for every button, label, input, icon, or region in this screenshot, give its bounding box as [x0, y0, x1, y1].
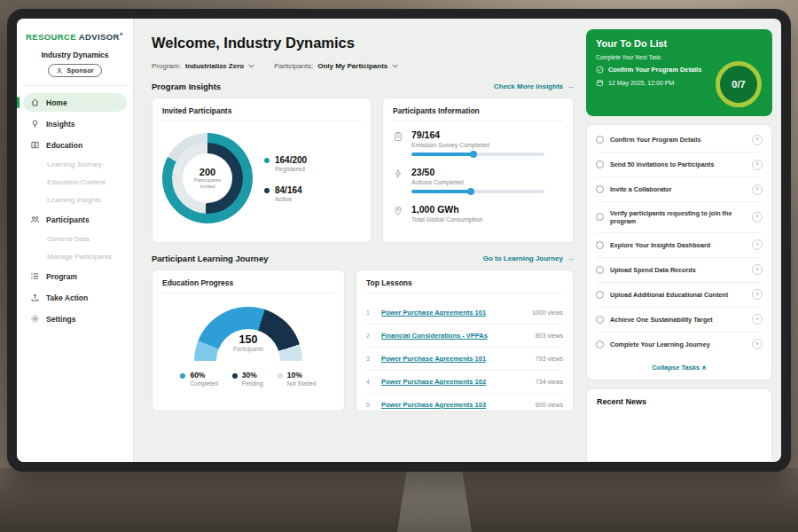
organization-name: Industry Dynamics: [23, 51, 127, 59]
todo-task-list: Confirm Your Program Details › Send 50 I…: [586, 124, 772, 380]
sidebar-item-education[interactable]: Education: [23, 136, 127, 154]
program-label: Program:: [152, 62, 181, 70]
logo-plus: +: [120, 31, 123, 37]
task-label: Explore Your Insights Dashboard: [610, 241, 746, 249]
task-row[interactable]: Confirm Your Program Details ›: [596, 128, 763, 153]
chevron-right-icon[interactable]: ›: [752, 160, 763, 170]
info-value: 23/50: [411, 167, 544, 177]
legend-active: 84/164 Active: [264, 185, 307, 202]
consumption-row: 1,000 GWh Total Global Consumption: [393, 204, 563, 227]
info-value: 79/164: [411, 129, 544, 140]
task-checkbox[interactable]: [596, 266, 604, 274]
task-checkbox[interactable]: [596, 136, 604, 144]
task-checkbox[interactable]: [596, 185, 604, 193]
sidebar-item-education-content[interactable]: Education Content: [23, 175, 127, 190]
task-row[interactable]: Upload Spend Data Records ›: [596, 258, 763, 283]
task-row[interactable]: Achieve One Sustainability Target ›: [596, 308, 763, 332]
sidebar-item-participants[interactable]: Participants: [23, 210, 127, 229]
card-title: Top Lessons: [366, 278, 563, 293]
sidebar-item-insights[interactable]: Insights: [23, 114, 127, 133]
collapse-tasks-link[interactable]: Collapse Tasks ∧: [596, 356, 763, 374]
go-to-learning-journey-link[interactable]: Go to Learning Journey →: [483, 254, 574, 262]
legend-registered: 164/200 Registered: [264, 155, 307, 172]
task-row[interactable]: Upload Additional Educational Content ›: [596, 283, 763, 308]
task-row[interactable]: Invite a Collaborator ›: [596, 177, 763, 202]
sponsor-badge[interactable]: Sponsor: [48, 64, 101, 77]
task-label: Upload Additional Educational Content: [610, 291, 746, 299]
task-checkbox[interactable]: [596, 241, 604, 249]
lesson-rank: 4: [366, 379, 373, 385]
lesson-link[interactable]: Power Purchase Agreements 102: [381, 378, 528, 386]
filter-bar: Program: Industrialize Zero Participants…: [152, 62, 574, 70]
program-dropdown[interactable]: Program: Industrialize Zero: [152, 62, 254, 70]
sidebar-item-home[interactable]: Home: [23, 93, 127, 112]
next-task-row[interactable]: Confirm Your Program Details: [596, 66, 713, 74]
app-window: RESOURCE ADVISOR+ Industry Dynamics Spon…: [17, 19, 781, 462]
todo-subtitle: Complete Your Next Task:: [596, 54, 763, 60]
sidebar-item-program[interactable]: Program: [23, 267, 127, 286]
chevron-right-icon[interactable]: ›: [752, 264, 763, 275]
chevron-right-icon[interactable]: ›: [752, 184, 763, 195]
chevron-right-icon[interactable]: ›: [752, 212, 763, 223]
task-row[interactable]: Verify participants requesting to join t…: [596, 202, 763, 233]
calendar-icon: [596, 79, 604, 87]
sidebar-item-label: Home: [46, 98, 67, 107]
invited-donut-chart: 200 Participants Invited: [162, 133, 253, 223]
sidebar-item-general-data[interactable]: General Data: [23, 231, 127, 246]
task-checkbox[interactable]: [596, 291, 604, 299]
insights-cards-row: Invited Participants 200 Participants In…: [152, 98, 574, 243]
lesson-link[interactable]: Power Purchase Agreements 101: [381, 309, 524, 317]
todo-progress-ring: 0/7: [716, 61, 762, 107]
home-icon: [30, 98, 40, 107]
donut-center-label: Participants Invited: [190, 177, 225, 190]
legend-label: Active: [275, 196, 302, 202]
sidebar-item-manage-participants[interactable]: Manage Participants: [23, 249, 127, 264]
task-checkbox[interactable]: [596, 340, 604, 348]
task-row[interactable]: Complete Your Learning Journey ›: [596, 332, 763, 356]
task-row[interactable]: Explore Your Insights Dashboard ›: [596, 233, 763, 258]
legend-label: Not Started: [287, 380, 317, 387]
task-checkbox[interactable]: [596, 160, 604, 168]
sidebar-item-label: Insights: [46, 120, 75, 129]
legend-dot-navy: [264, 188, 270, 193]
todo-summary-card: Your To Do List Complete Your Next Task:…: [586, 29, 772, 116]
chevron-right-icon[interactable]: ›: [752, 239, 763, 250]
program-value: Industrialize Zero: [185, 62, 244, 70]
lesson-row: 2 Financial Considerations - VPPAs 803 v…: [366, 325, 563, 348]
sponsor-badge-label: Sponsor: [66, 66, 93, 74]
lesson-link[interactable]: Power Purchase Agreements 101: [381, 355, 528, 363]
lesson-rank: 5: [366, 402, 373, 408]
sidebar: RESOURCE ADVISOR+ Industry Dynamics Spon…: [17, 19, 134, 462]
sidebar-item-learning-journey[interactable]: Learning Journey: [23, 157, 127, 172]
chevron-right-icon[interactable]: ›: [752, 339, 763, 349]
participants-dropdown[interactable]: Participants: Only My Participants: [274, 62, 398, 70]
lesson-link[interactable]: Power Purchase Agreements 103: [381, 401, 528, 409]
app-logo: RESOURCE ADVISOR+: [26, 31, 127, 42]
sidebar-nav: Home Insights Education Learning Journey…: [23, 85, 127, 328]
task-label: Invite a Collaborator: [610, 185, 746, 193]
participants-value: Only My Participants: [317, 62, 387, 70]
chevron-right-icon[interactable]: ›: [752, 289, 763, 300]
lesson-views: 803 views: [536, 332, 563, 339]
chevron-down-icon: [392, 62, 398, 70]
legend-dot-teal: [264, 158, 270, 163]
task-label: Upload Spend Data Records: [610, 266, 746, 274]
sidebar-item-settings[interactable]: Settings: [23, 309, 127, 328]
legend-dot-light: [278, 373, 283, 379]
lesson-row: 5 Power Purchase Agreements 103 600 view…: [366, 394, 563, 416]
sidebar-item-learning-insights[interactable]: Learning Insights: [23, 192, 127, 207]
education-gauge-chart: 150 Participants: [194, 307, 302, 361]
lesson-rank: 3: [366, 356, 373, 362]
task-checkbox[interactable]: [596, 213, 604, 221]
chevron-right-icon[interactable]: ›: [752, 314, 763, 325]
task-label: Confirm Your Program Details: [610, 136, 746, 144]
check-more-insights-link[interactable]: Check More Insights →: [494, 82, 574, 90]
info-value: 1,000 GWh: [411, 204, 482, 215]
recent-news-title: Recent News: [597, 397, 762, 406]
chevron-right-icon[interactable]: ›: [752, 135, 763, 145]
legend-label: Completed: [190, 380, 217, 387]
task-checkbox[interactable]: [596, 316, 604, 324]
lesson-link[interactable]: Financial Considerations - VPPAs: [381, 332, 528, 340]
task-row[interactable]: Send 50 Invitations to Participants ›: [596, 153, 763, 177]
sidebar-item-take-action[interactable]: Take Action: [23, 288, 127, 307]
